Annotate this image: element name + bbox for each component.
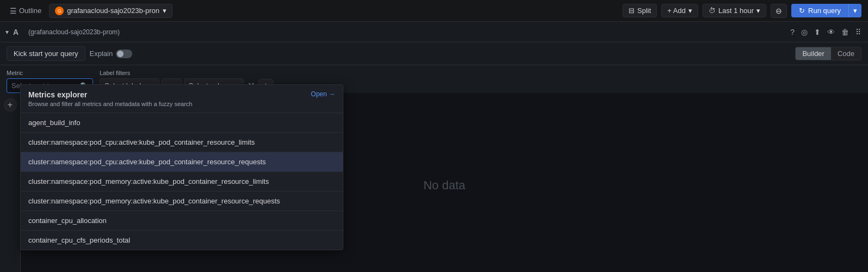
builder-code-toggle: Builder Code bbox=[795, 47, 861, 60]
zoom-icon: ⊖ bbox=[775, 7, 782, 15]
top-nav: ☰ Outline G grafanacloud-sajo2023b-pron … bbox=[0, 0, 868, 22]
query-status-button[interactable]: ◎ bbox=[799, 26, 809, 38]
explain-label: Explain bbox=[90, 50, 113, 58]
dropdown-item[interactable]: cluster:namespace:pod_cpu:active:kube_po… bbox=[21, 133, 343, 152]
run-query-button[interactable]: ↻ Run query bbox=[791, 4, 848, 17]
open-link-label: Open → bbox=[311, 90, 335, 98]
dropdown-header-left: Metrics explorer Browse and filter all m… bbox=[28, 90, 192, 107]
zoom-button[interactable]: ⊖ bbox=[771, 4, 787, 18]
query-upload-button[interactable]: ⬆ bbox=[812, 26, 822, 38]
open-metrics-explorer-link[interactable]: Open → bbox=[311, 90, 335, 98]
outline-button[interactable]: ☰ Outline bbox=[7, 4, 45, 17]
dropdown-item[interactable]: container_cpu_allocation bbox=[21, 211, 343, 231]
outline-label: Outline bbox=[19, 7, 41, 15]
metrics-explorer-description: Browse and filter all metrics and metada… bbox=[28, 101, 192, 107]
kick-start-button[interactable]: Kick start your query bbox=[7, 46, 85, 61]
run-query-group: ↻ Run query ▾ bbox=[791, 4, 861, 17]
split-button[interactable]: ⊟ Split bbox=[623, 4, 657, 17]
query-row: ▾ A (grafanacloud-sajo2023b-prom) ? ◎ ⬆ … bbox=[0, 22, 868, 42]
top-nav-right: ⊟ Split + Add ▾ ⏱ Last 1 hour ▾ ⊖ ↻ Run … bbox=[623, 4, 861, 18]
kick-start-label: Kick start your query bbox=[14, 50, 78, 58]
query-help-button[interactable]: ? bbox=[789, 26, 796, 38]
query-letter: A bbox=[13, 28, 24, 36]
builder-tab[interactable]: Builder bbox=[796, 47, 830, 60]
top-nav-left: ☰ Outline G grafanacloud-sajo2023b-pron … bbox=[7, 4, 618, 18]
run-query-dropdown-button[interactable]: ▾ bbox=[848, 4, 861, 17]
run-dropdown-chevron-icon: ▾ bbox=[853, 7, 857, 15]
left-panel: + bbox=[0, 93, 21, 272]
add-panel-icon: + bbox=[8, 101, 13, 109]
metrics-dropdown: Metrics explorer Browse and filter all m… bbox=[20, 84, 343, 250]
add-panel-button[interactable]: + bbox=[4, 98, 17, 112]
datasource-selector[interactable]: G grafanacloud-sajo2023b-pron ▾ bbox=[49, 4, 173, 18]
time-range-button[interactable]: ⏱ Last 1 hour ▾ bbox=[703, 4, 766, 17]
explain-toggle[interactable]: Explain bbox=[90, 50, 133, 58]
editor-bar: Kick start your query Explain Builder Co… bbox=[0, 42, 868, 65]
explain-toggle-switch[interactable] bbox=[116, 50, 132, 58]
no-data-label: No data bbox=[423, 178, 465, 193]
datasource-chevron-icon: ▾ bbox=[163, 7, 167, 15]
datasource-name: grafanacloud-sajo2023b-pron bbox=[67, 7, 159, 15]
run-query-label: Run query bbox=[808, 7, 841, 15]
dropdown-item[interactable]: container_cpu_cfs_periods_total bbox=[21, 231, 343, 250]
query-visibility-button[interactable]: 👁 bbox=[826, 26, 836, 38]
query-datasource-display: (grafanacloud-sajo2023b-prom) bbox=[28, 28, 120, 36]
dropdown-header: Metrics explorer Browse and filter all m… bbox=[21, 85, 343, 113]
query-drag-handle[interactable]: ⠿ bbox=[854, 26, 863, 38]
split-icon: ⊟ bbox=[629, 7, 635, 15]
add-chevron-icon: ▾ bbox=[688, 7, 692, 15]
dropdown-item[interactable]: cluster:namespace:pod_memory:active:kube… bbox=[21, 172, 343, 191]
collapse-arrow-icon[interactable]: ▾ bbox=[5, 28, 9, 36]
datasource-logo: G bbox=[55, 7, 64, 15]
query-delete-button[interactable]: 🗑 bbox=[840, 26, 851, 38]
label-filters-label: Label filters bbox=[100, 70, 273, 76]
dropdown-item[interactable]: cluster:namespace:pod_memory:active:kube… bbox=[21, 191, 343, 211]
refresh-icon: ↻ bbox=[799, 7, 805, 15]
time-chevron-icon: ▾ bbox=[756, 7, 760, 15]
hamburger-icon: ☰ bbox=[10, 7, 17, 15]
metric-field-label: Metric bbox=[7, 70, 93, 76]
add-label: + Add bbox=[667, 7, 686, 15]
split-label: Split bbox=[637, 7, 651, 15]
dropdown-item[interactable]: cluster:namespace:pod_cpu:active:kube_po… bbox=[21, 152, 343, 172]
dropdown-list[interactable]: agent_build_infocluster:namespace:pod_cp… bbox=[21, 113, 343, 250]
add-button[interactable]: + Add ▾ bbox=[661, 4, 698, 17]
time-label: Last 1 hour bbox=[718, 7, 754, 15]
dropdown-item[interactable]: agent_build_info bbox=[21, 113, 343, 133]
query-row-actions: ? ◎ ⬆ 👁 🗑 ⠿ bbox=[789, 26, 863, 38]
clock-icon: ⏱ bbox=[709, 7, 716, 15]
metrics-explorer-title: Metrics explorer bbox=[28, 90, 192, 99]
code-tab[interactable]: Code bbox=[831, 47, 861, 60]
